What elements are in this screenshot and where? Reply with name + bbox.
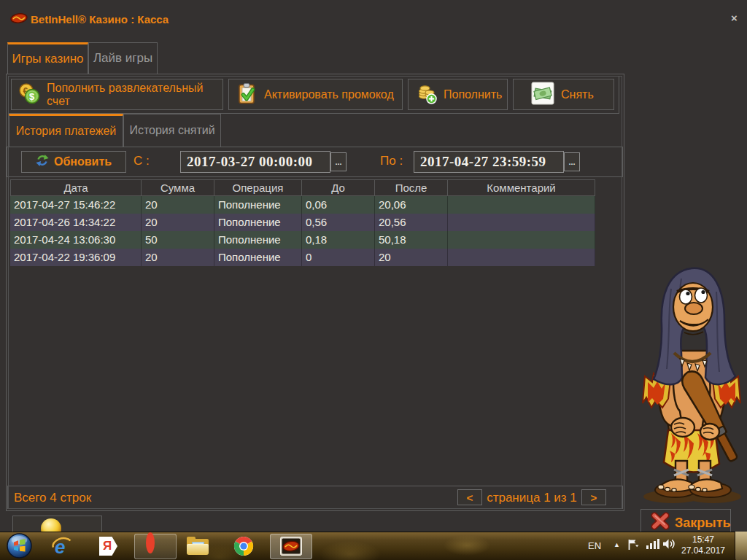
table-row[interactable]: 2017-04-22 19:36:09 20 Пополнение 0 20 (10, 249, 595, 266)
refresh-icon (36, 154, 49, 170)
app-logo-icon (10, 12, 28, 27)
svg-text:e: e (55, 536, 65, 558)
toolbar: € $ Пополнить развлекательный счет (8, 76, 619, 114)
cell-date: 2017-04-27 15:46:22 (10, 196, 142, 214)
activate-promocode-label: Активировать промокод (264, 88, 394, 101)
cell-amount: 20 (142, 196, 214, 214)
deposit-label: Пополнить (444, 88, 502, 101)
withdraw-label: Снять (561, 88, 594, 101)
date-to-picker-button[interactable]: ... (564, 152, 580, 171)
cell-amount: 50 (142, 231, 214, 249)
cell-before: 0,06 (302, 196, 375, 214)
table-row[interactable]: 2017-04-26 14:34:22 20 Пополнение 0,56 2… (10, 214, 595, 231)
show-desktop-button[interactable] (735, 532, 747, 560)
column-header-comment[interactable]: Комментарий (448, 180, 595, 195)
cell-date: 2017-04-24 13:06:30 (10, 231, 142, 249)
column-header-operation[interactable]: Операция (214, 180, 302, 195)
withdraw-button[interactable]: Снять (513, 79, 614, 110)
activate-promocode-button[interactable]: Активировать промокод (228, 79, 403, 110)
close-cashier-label: Закрыть (675, 516, 731, 531)
internet-explorer-icon[interactable]: e (51, 536, 73, 560)
total-rows-label: Всего 4 строк (14, 491, 91, 505)
chevron-left-icon: < (467, 491, 473, 504)
page-indicator: страница 1 из 1 (484, 491, 580, 505)
betinhell-app-icon[interactable] (280, 537, 302, 559)
yandex-browser-icon[interactable]: Я (99, 537, 117, 556)
tab-withdrawal-history[interactable]: История снятий (123, 114, 221, 147)
cell-operation: Пополнение (214, 196, 302, 214)
window-close-icon[interactable]: × (731, 12, 738, 24)
tab-live-games[interactable]: Лайв игры (88, 42, 158, 74)
volume-icon[interactable] (662, 538, 676, 553)
ellipsis-icon: ... (335, 158, 341, 166)
red-x-icon (650, 512, 670, 534)
tab-casino-games[interactable]: Игры казино (7, 42, 88, 74)
chrome-icon[interactable] (233, 536, 254, 559)
start-button[interactable] (6, 532, 33, 560)
refresh-label: Обновить (54, 155, 112, 168)
language-indicator[interactable]: EN (588, 540, 601, 551)
deposit-fun-account-button[interactable]: € $ Пополнить развлекательный счет (11, 79, 223, 110)
payments-table: Дата Сумма Операция До После Комментарий… (10, 179, 595, 266)
table-row[interactable]: 2017-04-27 15:46:22 20 Пополнение 0,06 2… (10, 196, 595, 214)
date-from-input[interactable]: 2017-03-27 00:00:00 (180, 151, 330, 173)
cell-operation: Пополнение (214, 249, 302, 266)
date-from-value: 2017-03-27 00:00:00 (187, 154, 313, 170)
column-header-date[interactable]: Дата (10, 180, 142, 195)
cashier-panel: € $ Пополнить развлекательный счет (6, 74, 624, 511)
coins-icon: € $ (18, 82, 40, 107)
tab-live-games-label: Лайв игры (93, 51, 152, 66)
hidden-icons-arrow-icon[interactable]: ▲ (614, 541, 620, 548)
coin-stack-plus-icon (415, 82, 437, 107)
caveman-mascot-image (638, 267, 746, 510)
cell-amount: 20 (142, 214, 214, 231)
cell-date: 2017-04-22 19:36:09 (10, 249, 142, 266)
cell-after: 20,06 (375, 196, 448, 214)
tray-time: 15:47 (677, 534, 729, 545)
date-from-label: С : (133, 154, 150, 168)
cell-comment (448, 214, 595, 231)
chevron-right-icon: > (591, 491, 597, 504)
table-footer: Всего 4 строк < страница 1 из 1 > (7, 486, 623, 509)
cell-after: 50,18 (375, 231, 448, 249)
cell-amount: 20 (142, 249, 214, 266)
cell-date: 2017-04-26 14:34:22 (10, 214, 142, 231)
tab-payment-history-label: История платежей (16, 125, 116, 138)
ellipsis-icon: ... (568, 158, 575, 166)
opera-icon[interactable] (146, 537, 155, 550)
banknote-icon (531, 82, 554, 108)
tab-payment-history[interactable]: История платежей (9, 114, 123, 147)
tab-withdrawal-history-label: История снятий (129, 124, 214, 137)
column-header-after[interactable]: После (375, 180, 448, 195)
column-header-before[interactable]: До (302, 180, 375, 195)
date-to-input[interactable]: 2017-04-27 23:59:59 (414, 151, 564, 173)
cell-before: 0 (302, 249, 375, 266)
column-header-amount[interactable]: Сумма (142, 180, 214, 195)
promocode-clipboard-icon (236, 82, 258, 107)
cell-comment (448, 196, 595, 214)
cell-operation: Пополнение (214, 231, 302, 249)
tray-date: 27.04.2017 (677, 545, 729, 556)
network-signal-icon[interactable] (646, 539, 659, 549)
deposit-button[interactable]: Пополнить (408, 79, 508, 110)
cell-after: 20,56 (375, 214, 448, 231)
deposit-fun-account-label: Пополнить развлекательный счет (47, 82, 222, 108)
next-page-button[interactable]: > (581, 489, 606, 505)
window-title: BetInHell® Казино : Касса (31, 13, 169, 26)
action-center-flag-icon[interactable] (627, 538, 639, 553)
betinhell-cashier-window: BetInHell® Казино : Касса × Игры казино … (0, 0, 747, 560)
filter-bar: Обновить С : 2017-03-27 00:00:00 ... По … (7, 147, 623, 177)
date-from-picker-button[interactable]: ... (330, 152, 347, 171)
table-header-row: Дата Сумма Операция До После Комментарий (10, 179, 595, 196)
cell-after: 20 (375, 249, 448, 266)
tray-clock[interactable]: 15:47 27.04.2017 (677, 534, 729, 556)
refresh-button[interactable]: Обновить (21, 151, 126, 173)
date-to-value: 2017-04-27 23:59:59 (420, 154, 546, 170)
prev-page-button[interactable]: < (457, 489, 482, 505)
taskbar-button-opera[interactable] (134, 534, 177, 559)
table-row[interactable]: 2017-04-24 13:06:30 50 Пополнение 0,18 5… (10, 231, 595, 249)
cell-before: 0,56 (302, 214, 375, 231)
cell-operation: Пополнение (214, 214, 302, 231)
cell-comment (448, 249, 595, 266)
date-to-label: По : (380, 154, 403, 168)
